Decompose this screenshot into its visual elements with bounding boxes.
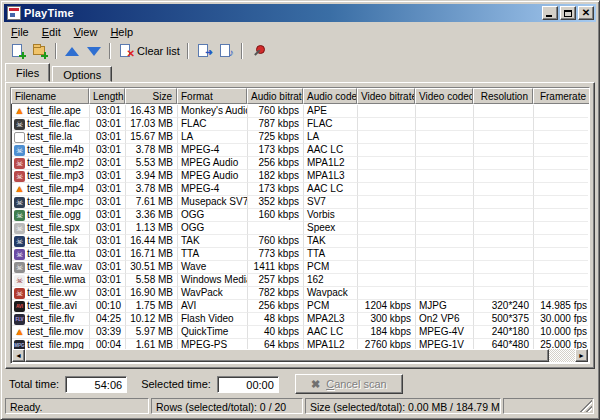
table-row[interactable]: ☠test_file.wav03:0130.51 MBWave1411 kbps…	[12, 261, 588, 274]
total-time-field[interactable]: 54:06	[65, 376, 127, 393]
cancel-scan-button[interactable]: ✖ Cancel scan	[295, 374, 403, 394]
status-bar: Ready. Rows (selected/total): 0 / 20 Siz…	[4, 396, 596, 416]
menu-file[interactable]: File	[5, 25, 35, 39]
cancel-icon: ✖	[311, 378, 320, 391]
table-header: FilenameLengthSizeFormatAudio bitrateAud…	[11, 88, 589, 104]
add-file-icon	[10, 43, 26, 59]
tab-files[interactable]: Files	[5, 63, 50, 82]
filename: test_file.avi	[27, 300, 77, 312]
status-rows: Rows (selected/total): 0 / 20	[151, 398, 303, 414]
add-folder-button[interactable]	[29, 41, 51, 61]
menu-edit[interactable]: Edit	[36, 25, 67, 39]
mp2-file-icon: ☠	[14, 158, 25, 169]
toolbar: ✕ Clear list ➜ ♪	[5, 40, 595, 62]
column-header-video-codec[interactable]: Video codec	[415, 88, 473, 104]
filename: test_file.ogg	[27, 209, 81, 221]
filename: test_file.flac	[27, 118, 80, 130]
table-row[interactable]: ▲test_file.mov03:395.97 MBQuickTime40 kb…	[12, 326, 588, 339]
wma-file-icon: ☠	[14, 275, 25, 286]
menu-view[interactable]: View	[68, 25, 104, 39]
column-header-filename[interactable]: Filename	[11, 88, 89, 104]
clear-list-icon: ✕	[118, 43, 134, 59]
tab-options[interactable]: Options	[52, 66, 112, 82]
table-row[interactable]: FLVtest_file.flv04:2510.12 MBFlash Video…	[12, 313, 588, 326]
add-file-button[interactable]	[7, 41, 29, 61]
table-row[interactable]: ☠test_file.spx03:011.13 MBOGGSpeex	[12, 222, 588, 235]
move-up-button[interactable]	[61, 41, 83, 61]
file-info-button[interactable]: ♪	[215, 41, 237, 61]
column-header-length[interactable]: Length	[89, 88, 125, 104]
column-header-size[interactable]: Size	[125, 88, 177, 104]
playtime-window: PlayTime ✕ File Edit View Help ✕ Clear l…	[0, 0, 600, 420]
tak-file-icon: ☠	[14, 236, 25, 247]
selected-time-field[interactable]: 00:00	[217, 376, 279, 393]
clear-list-button[interactable]: ✕ Clear list	[115, 41, 183, 61]
tab-strip: Files Options	[5, 64, 114, 82]
table-row[interactable]: ☠test_file.tta03:0116.71 MBTTA773 kbpsTT…	[12, 248, 588, 261]
scrollbar-track[interactable]	[25, 349, 575, 362]
filename: test_file.la	[27, 131, 72, 143]
stay-on-top-button[interactable]	[247, 41, 269, 61]
table-row[interactable]: ☠test_file.wv03:0116.90 MBWavPack782 kbp…	[12, 287, 588, 300]
window-title: PlayTime	[24, 7, 540, 19]
move-up-icon	[65, 47, 79, 56]
tta-file-icon: ☠	[14, 249, 25, 260]
app-icon	[7, 6, 21, 20]
status-size: Size (selected/total): 0.00 MB / 184.79 …	[305, 398, 501, 414]
column-header-video-bitrate[interactable]: Video bitrate	[357, 88, 415, 104]
scroll-right-icon[interactable]: ►	[575, 349, 588, 362]
table-row[interactable]: ☠test_file.mp303:013.94 MBMPEG Audio182 …	[12, 170, 588, 183]
table-row[interactable]: MPGtest_file.mpg00:041.61 MBMPEG-PS64 kb…	[12, 339, 588, 349]
filename: test_file.ape	[27, 105, 81, 117]
scroll-left-icon[interactable]: ◄	[12, 349, 25, 362]
column-header-format[interactable]: Format	[177, 88, 247, 104]
table-row[interactable]: ☠test_file.m4b03:013.78 MBMPEG-4173 kbps…	[12, 144, 588, 157]
flac-file-icon: ☠	[14, 119, 25, 130]
table-row[interactable]: ▲test_file.ape03:0116.43 MBMonkey's Audi…	[12, 105, 588, 118]
export-button[interactable]: ➜	[193, 41, 215, 61]
toolbar-separator	[187, 43, 189, 59]
move-down-icon	[87, 47, 101, 56]
toolbar-separator	[109, 43, 111, 59]
close-button[interactable]: ✕	[578, 6, 594, 20]
table-row[interactable]: test_file.la03:0115.67 MBLA725 kbpsLA	[12, 131, 588, 144]
filename: test_file.flv	[27, 313, 74, 325]
table-row[interactable]: ☠test_file.ogg03:013.36 MBOGG160 kbpsVor…	[12, 209, 588, 222]
table-row[interactable]: AVItest_file.avi00:101.75 MBAVI256 kbpsP…	[12, 300, 588, 313]
cancel-scan-label: Cancel scan	[326, 378, 387, 390]
m4b-file-icon: ☠	[14, 145, 25, 156]
filename: test_file.tta	[27, 248, 75, 260]
menu-help[interactable]: Help	[104, 25, 139, 39]
move-down-button[interactable]	[83, 41, 105, 61]
maximize-button[interactable]	[560, 6, 576, 20]
column-header-resolution[interactable]: Resolution	[473, 88, 533, 104]
column-header-framerate[interactable]: Framerate	[533, 88, 590, 104]
column-header-audio-bitrate[interactable]: Audio bitrate	[247, 88, 303, 104]
add-folder-icon	[32, 43, 48, 59]
titlebar[interactable]: PlayTime ✕	[4, 4, 596, 22]
table-row[interactable]: ▲test_file.mp403:013.78 MBMPEG-4173 kbps…	[12, 183, 588, 196]
filename: test_file.m4b	[27, 144, 84, 156]
column-header-audio-codec[interactable]: Audio codec	[303, 88, 357, 104]
export-file-icon: ➜	[196, 43, 212, 59]
table-row[interactable]: ☠test_file.flac03:0117.03 MBFLAC787 kbps…	[12, 118, 588, 131]
mpg-file-icon: MPG	[14, 340, 25, 350]
wv-file-icon: ☠	[14, 288, 25, 299]
scrollbar-thumb[interactable]	[25, 349, 549, 362]
files-tab-panel: FilenameLengthSizeFormatAudio bitrateAud…	[5, 82, 595, 369]
minimize-button[interactable]	[542, 6, 558, 20]
menu-bar: File Edit View Help	[5, 23, 595, 40]
avi-file-icon: AVI	[14, 301, 25, 312]
filename: test_file.mpg	[27, 339, 84, 349]
table-row[interactable]: ☠test_file.tak03:0116.44 MBTAK760 kbpsTA…	[12, 235, 588, 248]
resize-grip[interactable]	[580, 400, 592, 412]
maximize-icon	[564, 10, 572, 17]
table-row[interactable]: ☠test_file.mpc03:017.61 MBMusepack SV735…	[12, 196, 588, 209]
toolbar-separator	[55, 43, 57, 59]
selected-time-label: Selected time:	[141, 378, 211, 390]
table-row[interactable]: ☠test_file.wma03:015.58 MBWindows Media2…	[12, 274, 588, 287]
table-row[interactable]: ☠test_file.mp203:015.53 MBMPEG Audio256 …	[12, 157, 588, 170]
horizontal-scrollbar[interactable]: ◄ ►	[12, 349, 588, 362]
filename: test_file.wav	[27, 261, 82, 273]
file-info-icon: ♪	[218, 43, 234, 59]
